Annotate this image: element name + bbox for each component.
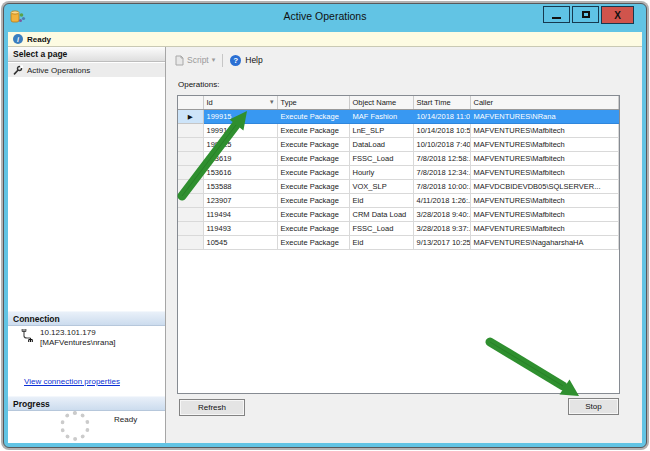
cell-type[interactable]: Execute Package	[277, 194, 349, 208]
table-row-selected[interactable]: ▶ 199915 Execute Package MAF Fashion 10/…	[178, 110, 619, 124]
cell-start-time[interactable]: 7/8/2018 10:00:...	[413, 180, 470, 194]
cell-id[interactable]: 119493	[203, 222, 277, 236]
table-row[interactable]: 123907 Execute Package Eid 4/11/2018 1:2…	[178, 194, 619, 208]
column-header-object-name[interactable]: Object Name	[349, 96, 413, 110]
active-operations-window: Active Operations X i Ready	[3, 3, 647, 448]
table-row[interactable]: 199914 Execute Package LnE_SLP 10/14/201…	[178, 124, 619, 138]
script-button[interactable]: Script ▾	[174, 55, 215, 66]
refresh-button[interactable]: Refresh	[179, 399, 245, 416]
cell-id[interactable]: 153616	[203, 166, 277, 180]
row-selector[interactable]	[178, 208, 203, 222]
cell-object-name[interactable]: FSSC_Load	[349, 152, 413, 166]
progress-row: Ready	[8, 411, 165, 443]
cell-caller[interactable]: MAFVENTURES\NagaharshaHA	[470, 236, 619, 250]
row-selector[interactable]	[178, 194, 203, 208]
table-row[interactable]: 199825 Execute Package DataLoad 10/10/20…	[178, 138, 619, 152]
row-selector[interactable]	[178, 152, 203, 166]
row-selector[interactable]	[178, 138, 203, 152]
cell-id[interactable]: 199825	[203, 138, 277, 152]
help-icon: ?	[230, 55, 241, 66]
cell-caller[interactable]: MAFVENTURES\Mafbitech	[470, 124, 619, 138]
cell-start-time[interactable]: 10/14/2018 10:5...	[413, 124, 470, 138]
progress-section-header: Progress	[8, 396, 165, 411]
info-icon: i	[13, 34, 23, 44]
header-row-selector	[178, 96, 203, 110]
cell-start-time[interactable]: 3/28/2018 9:37:...	[413, 222, 470, 236]
cell-caller[interactable]: MAFVENTURES\NRana	[470, 110, 619, 124]
cell-start-time[interactable]: 3/28/2018 9:40:...	[413, 208, 470, 222]
cell-id[interactable]: 153588	[203, 180, 277, 194]
cell-caller[interactable]: MAFVDCBIDEVDB05\SQLSERVER...	[470, 180, 619, 194]
toolbar: Script ▾ ? Help	[174, 51, 263, 69]
script-label: Script	[187, 55, 209, 65]
cell-object-name[interactable]: MAF Fashion	[349, 110, 413, 124]
cell-caller[interactable]: MAFVENTURES\Mafbitech	[470, 208, 619, 222]
cell-id[interactable]: 10545	[203, 236, 277, 250]
cell-id[interactable]: 119494	[203, 208, 277, 222]
connection-section-header: Connection	[8, 311, 165, 326]
cell-object-name[interactable]: Eid	[349, 236, 413, 250]
cell-type[interactable]: Execute Package	[277, 236, 349, 250]
cell-object-name[interactable]: CRM Data Load	[349, 208, 413, 222]
table-row[interactable]: 10545 Execute Package Eid 9/13/2017 10:2…	[178, 236, 619, 250]
view-connection-properties-link[interactable]: View connection properties	[24, 377, 120, 386]
column-header-caller[interactable]: Caller	[470, 96, 619, 110]
cell-start-time[interactable]: 10/14/2018 11:0...	[413, 110, 470, 124]
cell-object-name[interactable]: VOX_SLP	[349, 180, 413, 194]
sidebar-item-label: Active Operations	[27, 66, 90, 75]
table-row[interactable]: 119494 Execute Package CRM Data Load 3/2…	[178, 208, 619, 222]
cell-object-name[interactable]: LnE_SLP	[349, 124, 413, 138]
row-selector[interactable]	[178, 222, 203, 236]
cell-start-time[interactable]: 4/11/2018 1:26:...	[413, 194, 470, 208]
cell-start-time[interactable]: 7/8/2018 12:58:...	[413, 152, 470, 166]
script-icon	[174, 55, 184, 66]
sidebar: Select a page Active Operations Connecti…	[8, 47, 166, 443]
column-header-start-time[interactable]: Start Time	[413, 96, 470, 110]
cell-caller[interactable]: MAFVENTURES\Mafbitech	[470, 152, 619, 166]
cell-type[interactable]: Execute Package	[277, 208, 349, 222]
cell-id[interactable]: 199914	[203, 124, 277, 138]
cell-type[interactable]: Execute Package	[277, 166, 349, 180]
cell-type[interactable]: Execute Package	[277, 110, 349, 124]
cell-type[interactable]: Execute Package	[277, 180, 349, 194]
table-row[interactable]: 119493 Execute Package FSSC_Load 3/28/20…	[178, 222, 619, 236]
cell-start-time[interactable]: 7/8/2018 12:34:...	[413, 166, 470, 180]
row-selector[interactable]	[178, 166, 203, 180]
minimize-button[interactable]	[543, 6, 570, 23]
connection-server: 10.123.101.179	[40, 328, 116, 338]
table-row[interactable]: 153616 Execute Package Hourly 7/8/2018 1…	[178, 166, 619, 180]
cell-caller[interactable]: MAFVENTURES\Mafbitech	[470, 222, 619, 236]
cell-caller[interactable]: MAFVENTURES\Mafbitech	[470, 194, 619, 208]
cell-type[interactable]: Execute Package	[277, 152, 349, 166]
cell-caller[interactable]: MAFVENTURES\Mafbitech	[470, 138, 619, 152]
row-selector[interactable]: ▶	[178, 110, 203, 124]
column-header-type[interactable]: Type	[277, 96, 349, 110]
sidebar-item-active-operations[interactable]: Active Operations	[8, 63, 165, 77]
row-selector[interactable]	[178, 180, 203, 194]
stop-button[interactable]: Stop	[568, 398, 619, 415]
help-button[interactable]: ? Help	[230, 55, 262, 66]
toolbar-separator	[222, 54, 223, 67]
cell-id[interactable]: 123907	[203, 194, 277, 208]
help-label: Help	[245, 55, 262, 65]
cell-id[interactable]: 199915	[203, 110, 277, 124]
cell-object-name[interactable]: Eid	[349, 194, 413, 208]
cell-start-time[interactable]: 10/10/2018 7:40...	[413, 138, 470, 152]
cell-object-name[interactable]: Hourly	[349, 166, 413, 180]
cell-id[interactable]: 153619	[203, 152, 277, 166]
cell-type[interactable]: Execute Package	[277, 222, 349, 236]
maximize-button[interactable]	[572, 6, 599, 23]
table-row[interactable]: 153619 Execute Package FSSC_Load 7/8/201…	[178, 152, 619, 166]
cell-caller[interactable]: MAFVENTURES\Mafbitech	[470, 166, 619, 180]
close-button[interactable]: X	[601, 6, 634, 24]
cell-object-name[interactable]: DataLoad	[349, 138, 413, 152]
cell-object-name[interactable]: FSSC_Load	[349, 222, 413, 236]
minimize-icon	[552, 17, 561, 19]
cell-type[interactable]: Execute Package	[277, 124, 349, 138]
column-header-id[interactable]: Id ▾	[203, 96, 277, 110]
row-selector[interactable]	[178, 236, 203, 250]
row-selector[interactable]	[178, 124, 203, 138]
table-row[interactable]: 153588 Execute Package VOX_SLP 7/8/2018 …	[178, 180, 619, 194]
cell-type[interactable]: Execute Package	[277, 138, 349, 152]
cell-start-time[interactable]: 9/13/2017 10:25...	[413, 236, 470, 250]
